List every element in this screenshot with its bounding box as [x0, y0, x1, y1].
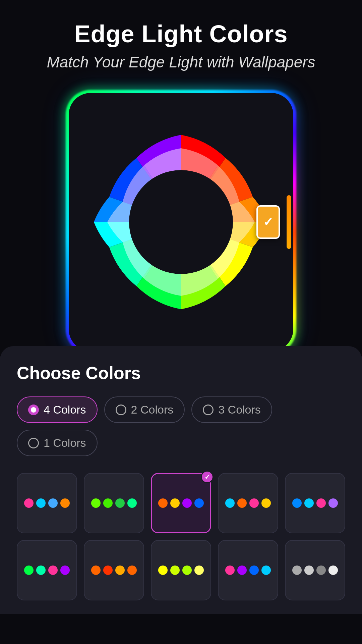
color-count-selector: 4 Colors 2 Colors 3 Colors 1 Colors	[17, 396, 345, 456]
dots-row-6	[24, 566, 70, 575]
3colors-button[interactable]: 3 Colors	[191, 396, 272, 423]
selected-check-icon: ✓	[201, 471, 214, 483]
color-selector-handle[interactable]: ✓	[256, 205, 280, 239]
dot	[60, 566, 70, 575]
header: Edge Light Colors Match Your Edge Light …	[0, 0, 362, 78]
dot	[182, 498, 192, 508]
dot	[237, 498, 247, 508]
dot	[261, 498, 271, 508]
dots-row-4	[225, 498, 271, 508]
dots-row-10	[292, 566, 338, 575]
color-preset-3[interactable]: ✓	[151, 473, 211, 533]
color-preset-8[interactable]	[151, 540, 211, 600]
dot	[328, 498, 338, 508]
dot	[115, 498, 125, 508]
dot	[158, 566, 168, 575]
1colors-radio	[28, 438, 39, 448]
color-preset-9[interactable]	[218, 540, 278, 600]
2colors-button[interactable]: 2 Colors	[104, 396, 185, 423]
phone-mockup: ✓	[0, 78, 362, 353]
dot	[60, 498, 70, 508]
4colors-button[interactable]: 4 Colors	[17, 396, 98, 423]
color-preset-6[interactable]	[17, 540, 77, 600]
color-presets-grid: ✓	[17, 473, 345, 533]
dot	[170, 498, 180, 508]
selector-checkmark: ✓	[263, 215, 273, 229]
dots-row-2	[91, 498, 137, 508]
color-preset-5[interactable]	[285, 473, 345, 533]
1colors-label: 1 Colors	[44, 436, 86, 449]
dot	[194, 498, 204, 508]
dot	[237, 566, 247, 575]
dot	[48, 566, 58, 575]
dot	[292, 566, 302, 575]
4colors-radio-inner	[31, 407, 36, 413]
phone-frame: ✓	[67, 91, 295, 353]
dot	[48, 498, 58, 508]
dot	[261, 566, 271, 575]
color-wheel-container[interactable]: ✓	[89, 130, 273, 314]
color-preset-10[interactable]	[285, 540, 345, 600]
color-preset-4[interactable]	[218, 473, 278, 533]
dot	[91, 566, 101, 575]
dot	[127, 498, 137, 508]
choose-colors-title: Choose Colors	[17, 363, 345, 383]
dot	[103, 566, 113, 575]
dot	[316, 498, 326, 508]
dot	[36, 566, 46, 575]
dots-row-5	[292, 498, 338, 508]
color-presets-row2	[17, 540, 345, 600]
dot	[249, 498, 259, 508]
dots-row-8	[158, 566, 204, 575]
dot	[24, 566, 34, 575]
dot	[182, 566, 192, 575]
app-subtitle: Match Your Edge Light with Wallpapers	[13, 53, 349, 71]
3colors-label: 3 Colors	[218, 403, 261, 416]
brightness-strip[interactable]	[287, 195, 291, 249]
2colors-label: 2 Colors	[131, 403, 174, 416]
dots-row-9	[225, 566, 271, 575]
color-preset-7[interactable]	[84, 540, 144, 600]
dot	[304, 498, 314, 508]
1colors-button[interactable]: 1 Colors	[17, 430, 98, 456]
dot	[170, 566, 180, 575]
dots-row-3	[158, 498, 204, 508]
dots-row-1	[24, 498, 70, 508]
dot	[24, 498, 34, 508]
dots-row-7	[91, 566, 137, 575]
dot	[328, 566, 338, 575]
color-preset-2[interactable]	[84, 473, 144, 533]
phone-inner: ✓	[69, 93, 293, 351]
dot	[249, 566, 259, 575]
dot	[36, 498, 46, 508]
3colors-radio	[203, 405, 214, 415]
dot	[115, 566, 125, 575]
4colors-radio	[28, 405, 39, 415]
color-preset-1[interactable]	[17, 473, 77, 533]
bottom-panel: Choose Colors 4 Colors 2 Colors 3 Colors…	[0, 346, 362, 614]
4colors-label: 4 Colors	[44, 403, 86, 416]
color-wheel[interactable]	[89, 130, 273, 314]
dot	[225, 498, 235, 508]
dot	[225, 566, 235, 575]
2colors-radio	[116, 405, 126, 415]
dot	[103, 498, 113, 508]
app-title: Edge Light Colors	[13, 20, 349, 48]
dot	[304, 566, 314, 575]
dot	[91, 498, 101, 508]
dot	[316, 566, 326, 575]
dot	[194, 566, 204, 575]
dot	[158, 498, 168, 508]
dot	[292, 498, 302, 508]
dot	[127, 566, 137, 575]
